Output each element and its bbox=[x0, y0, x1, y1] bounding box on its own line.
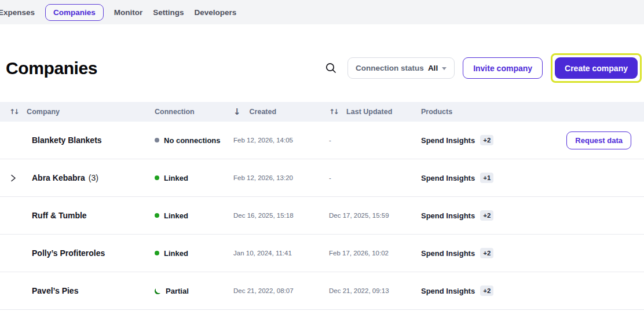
sort-icon-last-updated[interactable]: ↑↓ bbox=[329, 108, 338, 116]
product-count-badge: +2 bbox=[480, 210, 493, 221]
connection-status-filter[interactable]: Connection status All bbox=[347, 57, 455, 79]
page-header: Companies Connection status All Invite c… bbox=[0, 24, 644, 83]
product-count-badge: +1 bbox=[480, 173, 493, 183]
created-date: Dec 16, 2025, 15:18 bbox=[225, 212, 320, 219]
invite-company-button[interactable]: Invite company bbox=[463, 57, 543, 79]
connection-status: Partial bbox=[166, 287, 189, 295]
chevron-right-icon[interactable] bbox=[8, 173, 18, 183]
last-updated-date: Dec 17, 2025, 15:59 bbox=[320, 212, 412, 219]
create-company-button[interactable]: Create company bbox=[555, 57, 638, 79]
company-name: Ruff & Tumble bbox=[25, 211, 87, 220]
status-dot-no-connections bbox=[155, 138, 159, 142]
chevron-down-icon bbox=[442, 67, 447, 70]
nav-item-settings[interactable]: Settings bbox=[153, 8, 184, 17]
column-header-created[interactable]: Created bbox=[250, 108, 277, 116]
status-dot-linked bbox=[155, 251, 159, 255]
last-updated-date: Dec 21, 2022, 09:13 bbox=[320, 287, 412, 294]
product-label: Spend Insights bbox=[421, 249, 475, 258]
connection-status: No connections bbox=[164, 136, 221, 145]
company-name: Polly’s Profiteroles bbox=[25, 248, 105, 258]
company-count-suffix: (3) bbox=[89, 173, 98, 182]
table-row[interactable]: Ruff & Tumble Linked Dec 16, 2025, 15:18… bbox=[0, 197, 644, 235]
created-date: Dec 21, 2022, 08:07 bbox=[225, 287, 320, 294]
companies-table: ↑↓ Company Connection ↓ Created ↑↓ Last … bbox=[0, 102, 644, 310]
connection-status: Linked bbox=[164, 174, 188, 182]
product-label: Spend Insights bbox=[421, 211, 475, 220]
product-label: Spend Insights bbox=[421, 174, 475, 182]
sort-icon-company[interactable]: ↑↓ bbox=[9, 108, 18, 116]
nav-item-companies[interactable]: Companies bbox=[45, 4, 104, 21]
product-label: Spend Insights bbox=[421, 136, 475, 145]
table-row[interactable]: Blankety Blankets No connections Feb 12,… bbox=[0, 122, 644, 159]
column-header-company[interactable]: Company bbox=[27, 108, 60, 116]
created-date: Jan 10, 2024, 11:41 bbox=[225, 250, 320, 257]
highlight-annotation: Create company bbox=[551, 53, 642, 83]
created-date: Feb 12, 2026, 13:20 bbox=[225, 174, 320, 181]
last-updated-date: - bbox=[320, 174, 412, 181]
column-header-products: Products bbox=[421, 108, 452, 116]
product-count-badge: +2 bbox=[480, 286, 493, 296]
filter-value: All bbox=[428, 64, 438, 72]
table-row[interactable]: Abra Kebabra (3) Linked Feb 12, 2026, 13… bbox=[0, 159, 644, 197]
table-row[interactable]: Pavel’s Pies Partial Dec 21, 2022, 08:07… bbox=[0, 272, 644, 310]
column-header-last-updated[interactable]: Last Updated bbox=[346, 108, 392, 116]
product-label: Spend Insights bbox=[421, 287, 475, 295]
created-date: Feb 12, 2026, 14:05 bbox=[225, 137, 320, 144]
connection-status: Linked bbox=[164, 249, 188, 258]
top-nav: Expenses Companies Monitor Settings Deve… bbox=[0, 0, 644, 24]
connection-status: Linked bbox=[164, 211, 188, 220]
product-count-badge: +2 bbox=[480, 135, 493, 145]
company-name: Abra Kebabra bbox=[25, 173, 85, 182]
column-header-connection: Connection bbox=[155, 108, 195, 116]
table-row[interactable]: Polly’s Profiteroles Linked Jan 10, 2024… bbox=[0, 235, 644, 272]
sort-desc-icon-created[interactable]: ↓ bbox=[233, 107, 241, 117]
company-name: Pavel’s Pies bbox=[25, 286, 78, 295]
status-dot-linked bbox=[155, 213, 159, 218]
last-updated-date: Feb 17, 2026, 10:02 bbox=[320, 250, 412, 257]
status-partial-crescent-icon bbox=[155, 288, 161, 294]
search-icon[interactable] bbox=[323, 61, 338, 76]
company-name: Blankety Blankets bbox=[25, 136, 102, 145]
request-data-button[interactable]: Request data bbox=[566, 131, 631, 149]
last-updated-date: - bbox=[320, 137, 412, 144]
nav-item-expenses[interactable]: Expenses bbox=[0, 8, 35, 17]
table-header-row: ↑↓ Company Connection ↓ Created ↑↓ Last … bbox=[0, 102, 644, 122]
status-dot-linked bbox=[155, 175, 159, 180]
filter-label: Connection status bbox=[356, 64, 424, 72]
page-title: Companies bbox=[6, 58, 97, 78]
nav-item-monitor[interactable]: Monitor bbox=[114, 8, 143, 17]
product-count-badge: +2 bbox=[480, 248, 493, 258]
nav-item-developers[interactable]: Developers bbox=[195, 8, 237, 17]
